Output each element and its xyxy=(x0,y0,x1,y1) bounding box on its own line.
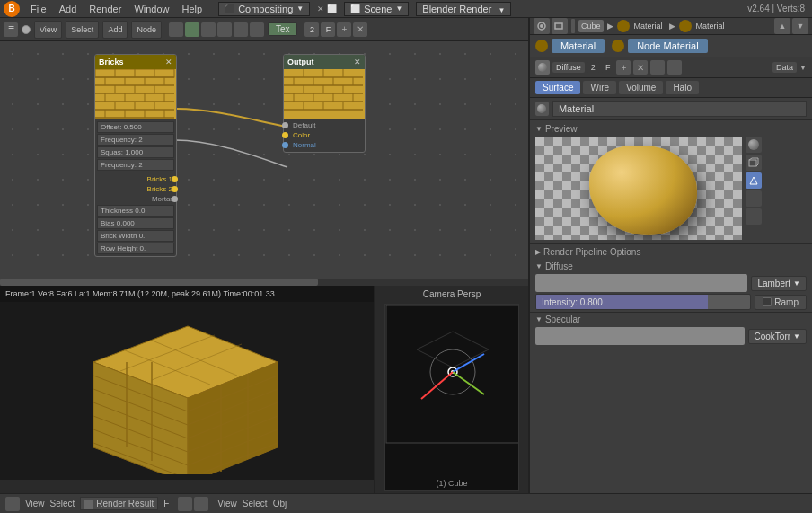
menu-window[interactable]: Window xyxy=(128,2,174,16)
bricks-rowheight[interactable]: Row Height 0. xyxy=(97,243,174,254)
material-dot-icon xyxy=(535,40,548,52)
ne-add-btn[interactable]: Add xyxy=(102,21,128,39)
preview-btn-sphere[interactable] xyxy=(746,137,762,153)
ne-f-btn[interactable]: F xyxy=(321,22,335,37)
bricks-field-offset[interactable]: Offset: 0.500 xyxy=(97,121,174,133)
intensity-slider[interactable]: Intensity: 0.800 xyxy=(535,294,751,310)
status-menu-icon[interactable] xyxy=(5,497,20,511)
camera-view[interactable]: Camera Persp xyxy=(375,286,530,513)
ramp-button[interactable]: Ramp xyxy=(755,295,807,310)
ne-icon-1[interactable] xyxy=(169,22,183,37)
output-node-options[interactable]: ✕ xyxy=(354,57,361,66)
specular-mode-label: CookTorr xyxy=(755,332,791,341)
camera-viewport xyxy=(384,304,519,491)
bricks-field-freq2[interactable]: Frequency: 2 xyxy=(97,159,174,171)
status-f-label[interactable]: F xyxy=(163,499,169,509)
output-socket-normal[interactable] xyxy=(282,142,288,148)
status-view2-label[interactable]: View xyxy=(217,499,237,509)
specular-color-swatch[interactable] xyxy=(535,327,745,345)
top-section: ☰ View Select Add Node Tex 2 xyxy=(0,18,812,286)
diffuse-mode-dropdown[interactable]: Lambert ▼ xyxy=(751,276,807,291)
prop-icon-btn1[interactable] xyxy=(650,60,665,75)
ramp-checkbox[interactable] xyxy=(763,297,772,306)
ne-icon-4[interactable] xyxy=(217,22,232,37)
ne-tex-field[interactable]: Tex xyxy=(268,22,298,36)
ne-select-btn[interactable]: Select xyxy=(66,21,99,39)
menu-add[interactable]: Add xyxy=(54,2,83,16)
prop-data-tab[interactable]: Data xyxy=(772,62,797,73)
node-canvas[interactable]: Bricks ✕ xyxy=(0,41,530,286)
menu-render[interactable]: Render xyxy=(84,2,127,16)
preview-btn-cube[interactable] xyxy=(746,155,762,171)
bricks-field-squas[interactable]: Squas: 1.000 xyxy=(97,146,174,158)
tab-halo[interactable]: Halo xyxy=(666,81,699,94)
material-button[interactable]: Material xyxy=(552,39,605,53)
status-btn2[interactable] xyxy=(194,497,208,511)
prop-num-2[interactable]: 2 xyxy=(587,62,599,73)
tab-wire[interactable]: Wire xyxy=(583,81,616,94)
prop-down-btn[interactable]: ▼ xyxy=(792,18,808,34)
ne-icon-2[interactable] xyxy=(185,22,199,37)
specular-mode-dropdown[interactable]: CookTorr ▼ xyxy=(748,329,808,344)
prop-icon-btn2[interactable] xyxy=(667,60,682,75)
main-layout: ☰ View Select Add Node Tex 2 xyxy=(0,18,812,513)
prop-data-arrow: ▼ xyxy=(799,64,807,72)
prop-f-btn[interactable]: F xyxy=(602,62,614,73)
status-select2-label[interactable]: Select xyxy=(243,499,268,509)
ne-close-btn[interactable]: ✕ xyxy=(353,22,367,37)
ne-icon-6[interactable] xyxy=(250,22,264,37)
ne-plus-btn[interactable]: + xyxy=(337,22,351,37)
tab-surface[interactable]: Surface xyxy=(535,81,580,94)
prop-icon-camera[interactable] xyxy=(534,18,550,34)
prop-x-btn[interactable]: ✕ xyxy=(633,60,648,75)
node-material-button[interactable]: Node Material xyxy=(628,39,707,53)
status-obj-label[interactable]: Obj xyxy=(273,499,287,509)
preview-btn-4[interactable] xyxy=(746,190,762,207)
viewport-3d[interactable]: Frame:1 Ve:8 Fa:6 La:1 Mem:8.71M (12.20M… xyxy=(0,286,375,513)
prop-icon-obj[interactable] xyxy=(552,18,568,34)
status-view-label[interactable]: View xyxy=(25,499,45,509)
bricks-socket-bricks2[interactable] xyxy=(172,186,178,192)
ne-icon-5[interactable] xyxy=(234,22,248,37)
bricks-socket-bricks1[interactable] xyxy=(172,176,178,182)
output-preview-svg xyxy=(284,69,365,119)
render-engine-selector[interactable]: Blender Render ▼ xyxy=(416,2,511,16)
tab-volume[interactable]: Volume xyxy=(619,81,663,94)
status-select-label[interactable]: Select xyxy=(50,499,75,509)
node-editor[interactable]: ☰ View Select Add Node Tex 2 xyxy=(0,18,530,286)
prop-material-tab[interactable]: Diffuse xyxy=(552,62,585,73)
preview-btn-active[interactable] xyxy=(746,172,762,189)
menu-help[interactable]: Help xyxy=(177,2,208,16)
preview-btn-5[interactable] xyxy=(746,208,762,225)
material-icon-btn[interactable] xyxy=(535,102,549,116)
prop-plus-btn[interactable]: + xyxy=(616,60,631,75)
bricks-node-options[interactable]: ✕ xyxy=(165,57,172,66)
camera-object-label: (1) Cube xyxy=(436,479,467,488)
node-editor-menu-icon[interactable]: ☰ xyxy=(4,22,18,37)
menu-file[interactable]: File xyxy=(25,2,52,16)
preview-label: Preview xyxy=(535,124,807,134)
output-socket-default[interactable] xyxy=(282,122,288,128)
scene-selector[interactable]: ⬜ Scene ▼ xyxy=(344,2,409,16)
output-socket-color[interactable] xyxy=(282,132,288,138)
output-node[interactable]: Output ✕ xyxy=(283,54,366,153)
bricks-field-freq1[interactable]: Frequency: 2 xyxy=(97,134,174,146)
properties-panel: Cube ▶ Material ▶ Material ▲ ▼ xyxy=(530,18,812,286)
node-editor-scrollbar[interactable] xyxy=(0,279,530,286)
ne-node-btn[interactable]: Node xyxy=(131,21,162,39)
material-name-input[interactable] xyxy=(552,101,807,117)
bricks-width[interactable]: Brick Width 0. xyxy=(97,230,174,242)
bricks-thickness[interactable]: Thickness 0.0 xyxy=(97,205,174,217)
ne-view-btn[interactable]: View xyxy=(34,21,62,39)
ne-icon-3[interactable] xyxy=(201,22,216,37)
render-pipeline-row[interactable]: Render Pipeline Options xyxy=(530,244,812,260)
bricks-bias[interactable]: Bias 0.000 xyxy=(97,217,174,229)
status-render-result[interactable]: Render Result xyxy=(80,497,158,510)
prop-up-btn[interactable]: ▲ xyxy=(774,18,790,34)
diffuse-color-swatch[interactable] xyxy=(535,274,747,292)
bricks-socket-mortar[interactable] xyxy=(172,196,178,202)
prop-sphere-icon[interactable] xyxy=(535,60,550,75)
bricks-node[interactable]: Bricks ✕ xyxy=(94,54,177,257)
workspace-selector[interactable]: ⬛ Compositing ▼ xyxy=(218,2,310,16)
status-btn1[interactable] xyxy=(178,497,192,511)
